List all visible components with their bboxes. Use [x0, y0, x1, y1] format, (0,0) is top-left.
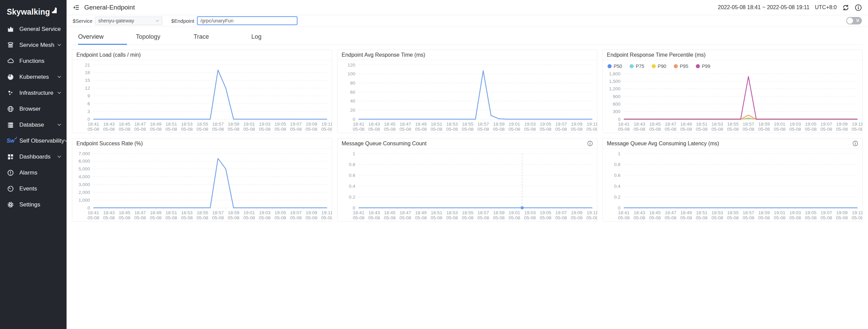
- svg-text:18:51: 18:51: [165, 122, 177, 127]
- endpoint-label: $Endpoint: [171, 18, 194, 24]
- svg-text:18:55: 18:55: [462, 122, 473, 127]
- svg-text:18:47: 18:47: [400, 122, 411, 127]
- sidebar-item-infrastructure[interactable]: Infrastructure: [0, 85, 67, 101]
- svg-text:0: 0: [352, 205, 355, 211]
- svg-text:05-08: 05-08: [150, 127, 162, 132]
- svg-text:05-08: 05-08: [197, 215, 209, 220]
- topbar-right: 2022-05-08 18:41 ~ 2022-05-08 19:11 UTC+…: [718, 4, 862, 11]
- svg-text:05-08: 05-08: [243, 127, 255, 132]
- svg-text:05-08: 05-08: [88, 215, 100, 220]
- svg-text:18:41: 18:41: [353, 122, 364, 127]
- sidebar-item-database[interactable]: Database: [0, 117, 67, 133]
- sidebar-item-events[interactable]: Events: [0, 181, 67, 197]
- endpoint-load-chart[interactable]: 03691215182118:4105-0818:4305-0818:4505-…: [72, 60, 332, 133]
- svg-text:19:09: 19:09: [836, 210, 848, 215]
- time-range-picker[interactable]: 2022-05-08 18:41 ~ 2022-05-08 19:11: [718, 4, 810, 11]
- sidebar-item-browser[interactable]: Browser: [0, 101, 67, 117]
- svg-text:18:59: 18:59: [493, 122, 505, 127]
- svg-text:05-08: 05-08: [399, 215, 411, 220]
- svg-text:18:43: 18:43: [103, 210, 115, 215]
- tab-topology[interactable]: Topology: [136, 31, 194, 44]
- svg-text:19:05: 19:05: [805, 210, 817, 215]
- svg-text:05-08: 05-08: [243, 215, 255, 220]
- legend-item-P75[interactable]: P75: [630, 63, 644, 69]
- content: Overview Topology Trace Log Endpoint Loa…: [67, 26, 868, 222]
- svg-text:05-08: 05-08: [836, 127, 848, 132]
- svg-text:05-08: 05-08: [820, 215, 832, 220]
- avg-response-time-chart[interactable]: 02040608010012018:4105-0818:4305-0818:45…: [338, 60, 597, 133]
- svg-text:05-08: 05-08: [727, 215, 739, 220]
- chevron-down-icon: [57, 76, 61, 78]
- svg-text:0.6: 0.6: [614, 173, 620, 178]
- svg-text:05-08: 05-08: [274, 127, 286, 132]
- refresh-icon[interactable]: [842, 4, 849, 11]
- mq-consuming-latency-chart[interactable]: 00.20.40.60.8118:4105-0818:4305-0818:450…: [603, 149, 862, 221]
- service-select[interactable]: shenyu-gateway: [95, 17, 162, 25]
- service-select-value: shenyu-gateway: [98, 18, 156, 23]
- response-time-percentile-chart[interactable]: 03006009001,2001,5001,80018:4105-0818:43…: [603, 69, 862, 133]
- sidebar-item-general-service[interactable]: General Service: [0, 21, 67, 37]
- version-toggle[interactable]: V: [846, 17, 862, 24]
- mq-consuming-count-chart[interactable]: 00.20.40.60.8118:4105-0818:4305-0818:450…: [338, 149, 597, 221]
- svg-text:18:53: 18:53: [181, 122, 193, 127]
- svg-text:05-08: 05-08: [321, 215, 332, 220]
- svg-text:0: 0: [87, 117, 90, 122]
- svg-text:19:01: 19:01: [774, 210, 785, 215]
- service-label: $Service: [73, 18, 92, 24]
- cloud-icon: [7, 57, 14, 65]
- svg-text:19:07: 19:07: [820, 122, 832, 127]
- svg-text:05-08: 05-08: [259, 215, 271, 220]
- success-rate-chart[interactable]: 01,0002,0003,0004,0005,0006,0007,00018:4…: [72, 149, 332, 221]
- svg-text:18:43: 18:43: [634, 122, 645, 127]
- svg-text:05-08: 05-08: [696, 215, 708, 220]
- svg-text:05-08: 05-08: [197, 127, 209, 132]
- svg-text:5,000: 5,000: [78, 166, 90, 171]
- legend-item-P95[interactable]: P95: [674, 63, 688, 69]
- svg-text:19:07: 19:07: [555, 122, 567, 127]
- svg-text:19:05: 19:05: [540, 210, 551, 215]
- sidebar-item-label: Kubernetes: [19, 74, 49, 80]
- tab-log[interactable]: Log: [251, 31, 309, 44]
- tab-trace[interactable]: Trace: [194, 31, 251, 44]
- sidebar-item-service-mesh[interactable]: Service Mesh: [0, 37, 67, 53]
- collapse-sidebar-icon[interactable]: [73, 4, 79, 11]
- svg-text:05-08: 05-08: [353, 215, 365, 220]
- svg-text:18:55: 18:55: [197, 122, 208, 127]
- svg-text:19:07: 19:07: [290, 210, 302, 215]
- sidebar-item-self-observability[interactable]: Sw Self Observability: [0, 133, 67, 149]
- legend-item-P50[interactable]: P50: [608, 63, 622, 69]
- legend-item-P90[interactable]: P90: [652, 63, 666, 69]
- sidebar-item-functions[interactable]: Functions: [0, 53, 67, 69]
- svg-text:05-08: 05-08: [290, 215, 302, 220]
- chart-card-success-rate: Endpoint Success Rate (%) 01,0002,0003,0…: [72, 138, 332, 222]
- svg-text:19:03: 19:03: [259, 210, 271, 215]
- svg-text:19:09: 19:09: [836, 122, 848, 127]
- svg-text:05-08: 05-08: [431, 215, 442, 220]
- svg-text:05-08: 05-08: [306, 215, 318, 220]
- svg-text:05-08: 05-08: [618, 215, 630, 220]
- chart-card-endpoint-load: Endpoint Load (calls / min) 036912151821…: [72, 50, 332, 133]
- svg-text:18:55: 18:55: [462, 210, 473, 215]
- svg-text:05-08: 05-08: [415, 215, 427, 220]
- info-icon[interactable]: [855, 4, 862, 11]
- database-icon: [7, 121, 14, 129]
- legend-item-P99[interactable]: P99: [696, 63, 710, 69]
- svg-text:18:41: 18:41: [618, 210, 630, 215]
- endpoint-input[interactable]: [197, 16, 297, 25]
- svg-text:0.4: 0.4: [614, 184, 620, 189]
- svg-text:7,000: 7,000: [78, 151, 90, 156]
- svg-text:18:53: 18:53: [711, 210, 723, 215]
- tab-overview[interactable]: Overview: [78, 31, 136, 44]
- sidebar-item-dashboards[interactable]: Dashboards: [0, 149, 67, 165]
- sidebar-item-settings[interactable]: Settings: [0, 197, 67, 213]
- svg-text:05-08: 05-08: [306, 127, 318, 132]
- info-icon[interactable]: [587, 141, 593, 146]
- sidebar-item-label: Functions: [19, 58, 44, 65]
- svg-text:18:49: 18:49: [150, 210, 162, 215]
- sidebar-item-alarms[interactable]: Alarms: [0, 165, 67, 181]
- sidebar-item-kubernetes[interactable]: Kubernetes: [0, 69, 67, 85]
- svg-text:18:57: 18:57: [212, 210, 224, 215]
- info-icon[interactable]: [852, 141, 858, 146]
- skywalking-logo[interactable]: Skywalking: [0, 0, 67, 21]
- sidebar-item-label: Events: [19, 185, 37, 192]
